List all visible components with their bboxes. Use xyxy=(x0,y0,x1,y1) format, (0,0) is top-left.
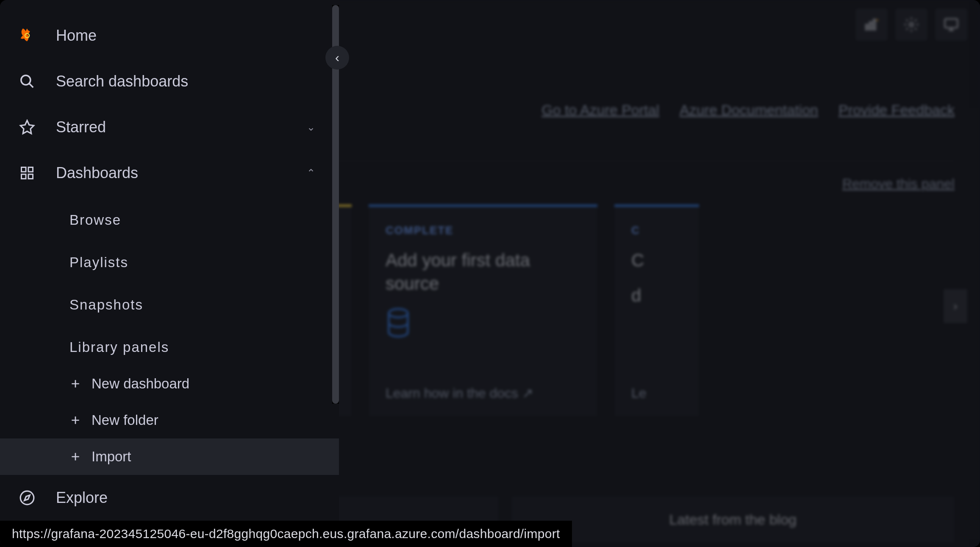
plus-icon xyxy=(69,451,81,463)
nav-starred[interactable]: Starred ⌄ xyxy=(0,104,339,150)
card-tag: C xyxy=(631,224,682,237)
nav-snapshots[interactable]: Snapshots xyxy=(0,287,339,323)
svg-rect-9 xyxy=(28,167,33,172)
svg-rect-8 xyxy=(22,167,26,172)
nav-label: Starred xyxy=(56,118,106,136)
nav-label: Browse xyxy=(69,212,121,228)
card-title: Add your first data source xyxy=(386,249,580,295)
nav-label: Import xyxy=(92,449,131,465)
nav-label: Search dashboards xyxy=(56,73,188,90)
star-icon xyxy=(19,119,36,136)
search-icon xyxy=(19,73,36,90)
svg-point-12 xyxy=(20,491,34,505)
svg-point-7 xyxy=(21,75,31,85)
plus-icon xyxy=(69,378,81,390)
nav-label: Snapshots xyxy=(69,297,143,313)
carousel-next-button[interactable]: › xyxy=(944,289,967,323)
nav-label: Playlists xyxy=(69,254,128,271)
card-tag: COMPLETE xyxy=(386,224,580,237)
svg-rect-1 xyxy=(870,22,872,30)
third-card-clipped[interactable]: C C d Le xyxy=(614,204,699,416)
chevron-right-icon: › xyxy=(953,299,957,313)
svg-rect-10 xyxy=(22,174,26,179)
nav-import[interactable]: Import xyxy=(0,438,339,475)
grafana-logo-icon xyxy=(19,27,36,44)
nav-library-panels[interactable]: Library panels xyxy=(0,329,339,366)
svg-rect-0 xyxy=(866,25,868,30)
compass-icon xyxy=(19,489,36,506)
data-source-card[interactable]: COMPLETE Add your first data source Lear… xyxy=(369,204,597,416)
nav-home[interactable]: Home xyxy=(0,13,339,59)
toggle-panel-icon-button[interactable] xyxy=(855,8,888,41)
settings-icon-button[interactable] xyxy=(895,8,927,41)
plus-icon xyxy=(69,414,81,426)
monitor-icon-button[interactable] xyxy=(935,8,967,41)
card-title-line1: C xyxy=(631,249,682,272)
svg-rect-4 xyxy=(945,19,958,28)
nav-new-folder[interactable]: New folder xyxy=(0,402,339,438)
svg-point-5 xyxy=(389,309,408,318)
chevron-left-icon: ‹ xyxy=(335,50,339,65)
nav-dashboards[interactable]: Dashboards ⌃ xyxy=(0,150,339,196)
learn-link[interactable]: Le xyxy=(631,385,647,401)
nav-search-dashboards[interactable]: Search dashboards xyxy=(0,59,339,104)
link-azure-docs[interactable]: Azure Documentation xyxy=(680,102,818,118)
nav-new-dashboard[interactable]: New dashboard xyxy=(0,366,339,402)
navigation-sidebar: ‹ Home Search dashboards Starre xyxy=(0,0,339,547)
nav-explore[interactable]: Explore xyxy=(0,475,339,521)
nav-playlists[interactable]: Playlists xyxy=(0,244,339,281)
link-azure-portal[interactable]: Go to Azure Portal xyxy=(541,102,659,118)
nav-label: New folder xyxy=(92,412,158,428)
nav-label: Library panels xyxy=(69,339,169,355)
status-url: https://grafana-202345125046-eu-d2f8gghq… xyxy=(12,527,560,541)
panel-card-blog[interactable]: Latest from the blog xyxy=(511,496,955,543)
nav-label: New dashboard xyxy=(92,376,189,392)
learn-link[interactable]: Learn how in the docs ↗ xyxy=(386,385,533,401)
svg-rect-11 xyxy=(28,174,33,179)
browser-status-bar: https://grafana-202345125046-eu-d2f8gghq… xyxy=(0,521,572,547)
svg-point-3 xyxy=(910,23,913,27)
database-icon xyxy=(386,308,580,338)
chevron-down-icon: ⌄ xyxy=(307,121,315,133)
dashboards-icon xyxy=(19,165,36,181)
external-link-icon: ↗ xyxy=(522,385,533,401)
nav-label: Dashboards xyxy=(56,164,138,182)
nav-label: Home xyxy=(56,27,97,45)
nav-label: Explore xyxy=(56,489,108,507)
collapse-sidebar-button[interactable]: ‹ xyxy=(325,46,349,70)
nav-browse[interactable]: Browse xyxy=(0,202,339,238)
remove-panel-link[interactable]: Remove this panel xyxy=(842,176,955,192)
link-feedback[interactable]: Provide Feedback xyxy=(838,102,955,118)
svg-rect-2 xyxy=(874,20,876,30)
blog-title: Latest from the blog xyxy=(669,511,797,528)
card-title-line2: d xyxy=(631,284,682,307)
chevron-up-icon: ⌃ xyxy=(307,167,315,179)
